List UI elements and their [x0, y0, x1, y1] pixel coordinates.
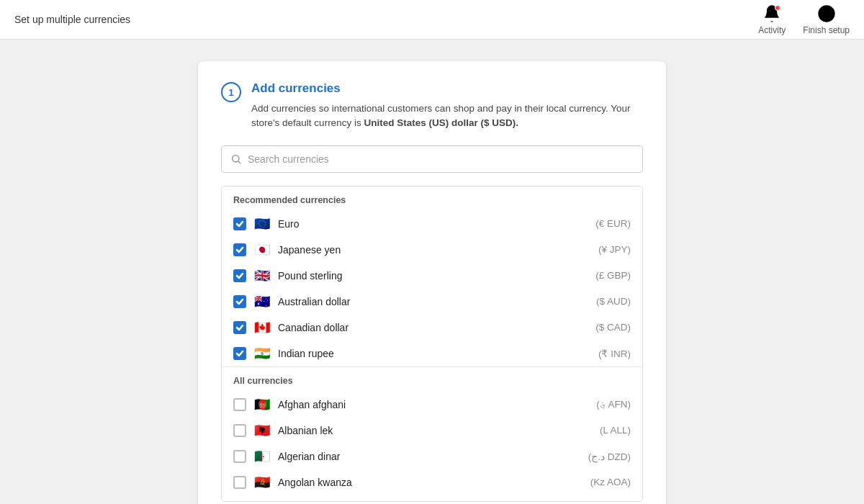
- all-currencies-section: All currencies 🇦🇫 Afghan afghani (؋ AFN)…: [222, 367, 642, 501]
- currency-code: (؋ AFN): [596, 399, 631, 410]
- currency-code: (₹ INR): [598, 348, 631, 359]
- page-title: Set up multiple currencies: [14, 14, 130, 25]
- setup-card: 1 Add currencies Add currencies so inter…: [198, 61, 666, 504]
- currency-checkbox[interactable]: [233, 295, 246, 308]
- step-header: 1 Add currencies Add currencies so inter…: [221, 81, 643, 131]
- svg-line-2: [238, 161, 240, 163]
- header: Set up multiple currencies Activity Fini…: [0, 0, 864, 40]
- currency-checkbox[interactable]: [233, 217, 246, 230]
- currency-item[interactable]: 🇮🇳 Indian rupee (₹ INR): [222, 341, 642, 366]
- currency-name: Afghan afghani: [278, 399, 589, 410]
- clock-icon: [816, 4, 837, 24]
- activity-link[interactable]: Activity: [758, 4, 786, 35]
- search-icon: [230, 153, 242, 165]
- currency-item[interactable]: 🇦🇴 Angolan kwanza (Kz AOA): [222, 469, 642, 495]
- default-currency: United States (US) dollar ($ USD).: [364, 117, 518, 128]
- currency-name: Australian dollar: [278, 296, 589, 307]
- recommended-currencies-list: 🇪🇺 Euro (€ EUR) 🇯🇵 Japanese yen (¥ JPY) …: [222, 211, 642, 366]
- currency-code: (£ GBP): [595, 270, 631, 281]
- all-currencies-section-label: All currencies: [222, 367, 642, 392]
- currency-code: (L ALL): [600, 425, 631, 436]
- currency-checkbox[interactable]: [233, 424, 246, 437]
- currency-code: (€ EUR): [595, 218, 631, 229]
- currency-name: Euro: [278, 218, 588, 230]
- currency-item[interactable]: 🇦🇫 Afghan afghani (؋ AFN): [222, 392, 642, 418]
- step-description: Add currencies so international customer…: [251, 102, 643, 131]
- currency-flag: 🇦🇱: [253, 424, 271, 437]
- currency-flag: 🇯🇵: [253, 243, 271, 256]
- all-currencies-list: 🇦🇫 Afghan afghani (؋ AFN) 🇦🇱 Albanian le…: [222, 392, 642, 495]
- currency-code: (¥ JPY): [598, 244, 631, 255]
- currency-code: (Kz AOA): [590, 477, 631, 487]
- currency-item[interactable]: 🇬🇧 Pound sterling (£ GBP): [222, 263, 642, 289]
- currency-checkbox[interactable]: [233, 243, 246, 256]
- currency-checkbox[interactable]: [233, 269, 246, 282]
- currency-name: Angolan kwanza: [278, 477, 583, 488]
- currency-name: Pound sterling: [278, 270, 588, 282]
- search-box[interactable]: [221, 145, 643, 173]
- finish-setup-icon-wrapper: [816, 4, 837, 24]
- currency-flag: 🇪🇺: [253, 217, 271, 230]
- currency-name: Algerian dinar: [278, 451, 581, 462]
- header-actions: Activity Finish setup: [758, 4, 850, 35]
- currency-checkbox[interactable]: [233, 398, 246, 411]
- currency-checkbox[interactable]: [233, 476, 246, 489]
- currency-checkbox[interactable]: [233, 450, 246, 463]
- currency-name: Canadian dollar: [278, 322, 588, 333]
- currency-flag: 🇨🇦: [253, 321, 271, 334]
- currency-flag: 🇬🇧: [253, 269, 271, 282]
- currency-flag: 🇦🇫: [253, 398, 271, 411]
- currency-item[interactable]: 🇪🇺 Euro (€ EUR): [222, 211, 642, 237]
- currency-name: Indian rupee: [278, 348, 591, 359]
- currency-flag: 🇦🇴: [253, 476, 271, 489]
- currency-flag: 🇦🇺: [253, 295, 271, 308]
- currency-item[interactable]: 🇦🇺 Australian dollar ($ AUD): [222, 289, 642, 315]
- currency-code: (د.ج DZD): [588, 451, 631, 462]
- activity-icon-wrapper: [762, 4, 782, 24]
- finish-setup-link[interactable]: Finish setup: [803, 4, 850, 35]
- svg-point-1: [233, 155, 239, 161]
- currency-code: ($ CAD): [595, 322, 631, 333]
- currency-name: Albanian lek: [278, 425, 593, 436]
- currency-checkbox[interactable]: [233, 347, 246, 360]
- step-content: Add currencies Add currencies so interna…: [251, 81, 643, 131]
- activity-label: Activity: [758, 25, 786, 35]
- currency-checkbox[interactable]: [233, 321, 246, 334]
- currency-list-container: Recommended currencies 🇪🇺 Euro (€ EUR) 🇯…: [221, 186, 643, 502]
- finish-setup-label: Finish setup: [803, 25, 850, 35]
- currency-name: Japanese yen: [278, 244, 591, 256]
- currency-flag: 🇩🇿: [253, 450, 271, 463]
- currency-item[interactable]: 🇨🇦 Canadian dollar ($ CAD): [222, 315, 642, 341]
- step-number: 1: [221, 82, 241, 102]
- currency-item[interactable]: 🇦🇱 Albanian lek (L ALL): [222, 418, 642, 444]
- search-input[interactable]: [248, 153, 634, 165]
- step-heading: Add currencies: [251, 81, 643, 96]
- main-content: 1 Add currencies Add currencies so inter…: [0, 40, 864, 504]
- currency-code: ($ AUD): [596, 296, 631, 307]
- currency-flag: 🇮🇳: [253, 347, 271, 360]
- currency-item[interactable]: 🇩🇿 Algerian dinar (د.ج DZD): [222, 444, 642, 469]
- recommended-section-label: Recommended currencies: [222, 186, 642, 211]
- currency-item[interactable]: 🇯🇵 Japanese yen (¥ JPY): [222, 237, 642, 263]
